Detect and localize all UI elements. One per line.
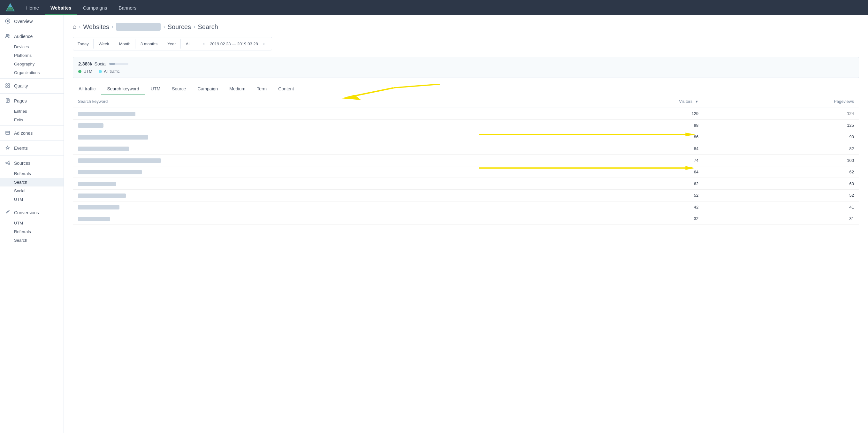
top-navigation: Home Websites Campaigns Banners: [0, 0, 868, 15]
breadcrumb-search[interactable]: Search: [198, 23, 218, 31]
sidebar-item-quality[interactable]: Quality: [0, 80, 64, 92]
svg-line-20: [7, 162, 9, 162]
sidebar-item-conv-search[interactable]: Search: [0, 236, 64, 245]
audience-icon: [5, 34, 11, 39]
tab-source[interactable]: Source: [166, 83, 192, 95]
sidebar-item-conversions[interactable]: Conversions: [0, 207, 64, 219]
sidebar-item-events[interactable]: Events: [0, 142, 64, 154]
conversions-label: Conversions: [14, 210, 39, 215]
date-prev-btn[interactable]: ‹: [200, 40, 207, 48]
sidebar-item-devices[interactable]: Devices: [0, 42, 64, 51]
annotation-container: All traffic Search keyword UTM Source Ca…: [73, 83, 859, 225]
td-visitors: 86: [551, 131, 704, 143]
nav-campaigns[interactable]: Campaigns: [77, 0, 113, 15]
table-row: ████████████████████6462: [73, 166, 859, 178]
date-btn-month[interactable]: Month: [115, 39, 135, 49]
breadcrumb-sources[interactable]: Sources: [168, 23, 191, 31]
date-btn-today[interactable]: Today: [73, 39, 94, 49]
date-range-display: ‹ 2019.02.28 — 2019.03.28 ›: [196, 37, 272, 50]
legend-alltraffic-label: All traffic: [104, 69, 120, 74]
tab-content[interactable]: Content: [272, 83, 300, 95]
legend-utm-dot: [78, 70, 82, 73]
td-keyword: ████████████████████: [73, 131, 551, 143]
breadcrumb-home[interactable]: ⌂: [73, 24, 76, 30]
table-header-row: Search keyword Visitors ▼ Pageviews: [73, 95, 859, 108]
th-visitors[interactable]: Visitors ▼: [551, 95, 704, 108]
td-keyword: ████████████████████: [73, 213, 551, 225]
sidebar-item-conv-utm[interactable]: UTM: [0, 219, 64, 227]
tab-search-keyword[interactable]: Search keyword: [101, 83, 145, 95]
sidebar-item-search[interactable]: Search: [0, 178, 64, 186]
table-row: ████████████████████129124: [73, 108, 859, 120]
nav-banners[interactable]: Banners: [113, 0, 142, 15]
overview-icon: [5, 19, 11, 24]
pages-label: Pages: [14, 98, 27, 103]
sources-label: Sources: [14, 161, 30, 166]
sidebar-item-social[interactable]: Social: [0, 186, 64, 195]
td-pageviews: 124: [704, 108, 859, 120]
pages-icon: [5, 98, 11, 104]
tab-utm[interactable]: UTM: [145, 83, 166, 95]
svg-rect-10: [8, 86, 9, 88]
td-pageviews: 60: [704, 178, 859, 190]
social-label: Social: [95, 61, 107, 66]
sidebar-item-sources[interactable]: Sources: [0, 157, 64, 169]
sidebar-item-referrals[interactable]: Referrals: [0, 169, 64, 178]
nav-items: Home Websites Campaigns Banners: [21, 0, 142, 15]
tabs: All traffic Search keyword UTM Source Ca…: [73, 83, 859, 95]
quality-icon: [5, 83, 11, 89]
nav-websites[interactable]: Websites: [45, 0, 77, 15]
app-body: Overview Audience Devices Platforms Geog…: [0, 15, 868, 433]
date-btn-3months[interactable]: 3 months: [136, 39, 162, 49]
td-keyword: ████████████████████: [73, 119, 551, 131]
td-visitors: 74: [551, 155, 704, 166]
sidebar-item-organizations[interactable]: Organizations: [0, 68, 64, 77]
events-label: Events: [14, 146, 28, 151]
svg-point-18: [9, 161, 10, 162]
sidebar-item-pages[interactable]: Pages: [0, 95, 64, 107]
tab-campaign[interactable]: Campaign: [192, 83, 224, 95]
social-bar-fill: [109, 63, 115, 65]
date-btn-year[interactable]: Year: [163, 39, 180, 49]
svg-point-6: [8, 34, 9, 36]
table-row: ████████████████████3231: [73, 213, 859, 225]
td-keyword: ████████████████████: [73, 143, 551, 155]
legend: UTM All traffic: [78, 69, 854, 74]
sidebar-item-entries[interactable]: Entries: [0, 107, 64, 116]
td-visitors: 64: [551, 166, 704, 178]
data-table: Search keyword Visitors ▼ Pageviews ████…: [73, 95, 859, 225]
table-row: ████████████████████5252: [73, 189, 859, 201]
tab-medium[interactable]: Medium: [223, 83, 251, 95]
svg-rect-8: [8, 84, 9, 85]
svg-marker-2: [8, 4, 12, 7]
logo: [5, 3, 15, 13]
date-next-btn[interactable]: ›: [260, 40, 267, 48]
th-pageviews: Pageviews: [704, 95, 859, 108]
sidebar-item-conv-referrals[interactable]: Referrals: [0, 227, 64, 236]
date-btn-week[interactable]: Week: [94, 39, 114, 49]
sidebar-item-utm[interactable]: UTM: [0, 195, 64, 204]
legend-all-traffic: All traffic: [99, 69, 120, 74]
table-row: ████████████████████8690: [73, 131, 859, 143]
td-visitors: 84: [551, 143, 704, 155]
legend-alltraffic-dot: [99, 70, 102, 73]
sidebar-item-geography[interactable]: Geography: [0, 60, 64, 68]
adzones-icon: [5, 130, 11, 136]
nav-home[interactable]: Home: [21, 0, 45, 15]
sidebar-item-overview[interactable]: Overview: [0, 15, 64, 27]
sidebar-item-exits[interactable]: Exits: [0, 116, 64, 124]
td-pageviews: 31: [704, 213, 859, 225]
date-btn-all[interactable]: All: [181, 39, 195, 49]
table-row: ████████████████████8482: [73, 143, 859, 155]
sidebar-item-adzones[interactable]: Ad zones: [0, 127, 64, 139]
tab-all-traffic[interactable]: All traffic: [73, 83, 101, 95]
breadcrumb-domain[interactable]: [116, 23, 161, 31]
breadcrumb-websites[interactable]: Websites: [83, 23, 109, 31]
td-visitors: 98: [551, 119, 704, 131]
table-body: ████████████████████129124██████████████…: [73, 108, 859, 225]
tab-term[interactable]: Term: [251, 83, 272, 95]
svg-line-21: [7, 163, 9, 164]
sidebar-item-platforms[interactable]: Platforms: [0, 51, 64, 60]
breadcrumb: ⌂ › Websites › › Sources › Search: [73, 23, 859, 31]
sidebar-item-audience[interactable]: Audience: [0, 30, 64, 42]
